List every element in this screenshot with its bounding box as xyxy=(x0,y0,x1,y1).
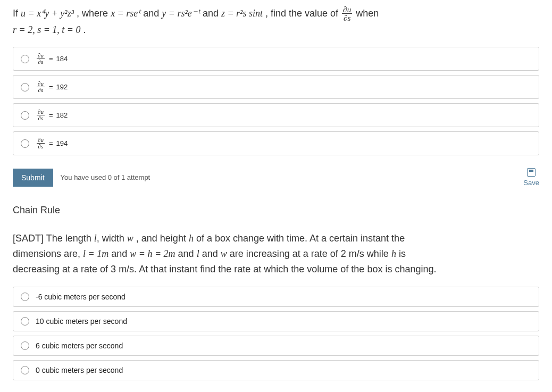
q1-expr-y: y = rs²e⁻ᵗ xyxy=(162,8,200,19)
q1-p7: . xyxy=(83,24,86,35)
q1-p4: and xyxy=(203,8,221,19)
radio-icon xyxy=(21,341,29,350)
radio-icon xyxy=(21,139,29,148)
q2-option[interactable]: 0 cubic meters per second xyxy=(13,360,539,380)
q1-option-label: ∂u∂s = 192 xyxy=(36,81,68,93)
q2-option[interactable]: 6 cubic meters per second xyxy=(13,336,539,356)
q1-expr-z: z = r²s sint xyxy=(221,8,263,19)
q1-option-label: ∂u∂s = 184 xyxy=(36,53,68,65)
save-icon xyxy=(527,168,536,177)
attempts-text: You have used 0 of 1 attempt xyxy=(61,173,150,181)
radio-icon xyxy=(21,55,29,63)
radio-icon xyxy=(21,111,29,120)
q2-prompt: [SADT] The length l, width w , and heigh… xyxy=(13,231,539,277)
radio-icon xyxy=(21,317,29,326)
q1-option-label: ∂u∂s = 194 xyxy=(36,137,68,149)
q2-options: -6 cubic meters per second 10 cubic mete… xyxy=(13,287,539,380)
q1-cond: r = 2, s = 1, t = 0 xyxy=(13,24,80,35)
q1-option[interactable]: ∂u∂s = 184 xyxy=(13,47,539,71)
q1-option-label: ∂u∂s = 182 xyxy=(36,109,68,121)
action-left: Submit You have used 0 of 1 attempt xyxy=(13,169,150,187)
q1-frac-num: ∂u xyxy=(342,5,352,14)
action-bar: Submit You have used 0 of 1 attempt Save xyxy=(13,168,539,187)
q1-p1: If xyxy=(13,8,21,19)
q1-option[interactable]: ∂u∂s = 182 xyxy=(13,103,539,127)
radio-icon xyxy=(21,366,29,374)
section-title: Chain Rule xyxy=(13,205,539,216)
q2-option[interactable]: 10 cubic meters per second xyxy=(13,311,539,331)
save-button[interactable]: Save xyxy=(523,168,539,187)
q2-option-label: 10 cubic meters per second xyxy=(36,317,127,326)
q2-option[interactable]: -6 cubic meters per second xyxy=(13,287,539,307)
submit-button[interactable]: Submit xyxy=(13,169,53,187)
radio-icon xyxy=(21,293,29,301)
q1-prompt: If u = x⁴y + y²z³ , where x = rseᵗ and y… xyxy=(13,5,539,37)
q1-option[interactable]: ∂u∂s = 194 xyxy=(13,131,539,155)
radio-icon xyxy=(21,83,29,91)
q1-p2: , where xyxy=(77,8,111,19)
q1-frac-den: ∂s xyxy=(342,14,352,22)
q1-p6: when xyxy=(356,8,379,19)
q1-frac: ∂u ∂s xyxy=(342,5,352,22)
q2-option-label: 0 cubic meters per second xyxy=(36,366,123,374)
q1-expr-u: u = x⁴y + y²z³ xyxy=(21,8,74,19)
q1-p3: and xyxy=(143,8,162,19)
q2-option-label: -6 cubic meters per second xyxy=(36,293,126,301)
q2-option-label: 6 cubic meters per second xyxy=(36,341,123,350)
q1-p5: , find the value of xyxy=(265,8,341,19)
q1-option[interactable]: ∂u∂s = 192 xyxy=(13,75,539,99)
q1-options: ∂u∂s = 184 ∂u∂s = 192 ∂u∂s = 182 ∂u∂s = … xyxy=(13,47,539,155)
q1-expr-x: x = rseᵗ xyxy=(111,8,140,19)
save-label: Save xyxy=(523,179,539,187)
